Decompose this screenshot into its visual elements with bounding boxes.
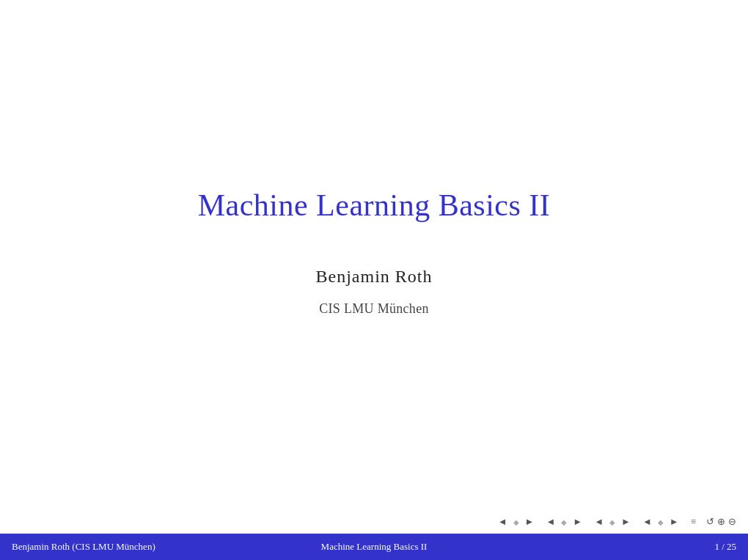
nav-controls: ◄ ◆ ► ◄ ◆ ► ◄ ◆ ► ◄ ◆ ► ≡ ↺ ⊕ ⊖ xyxy=(498,516,736,528)
nav-sep-7: ◆ xyxy=(658,518,664,526)
slide-footer: Benjamin Roth (CIS LMU München) Machine … xyxy=(0,534,748,560)
slide-author: Benjamin Roth xyxy=(316,267,433,287)
zoom-controls: ↺ ⊕ ⊖ xyxy=(706,516,736,528)
nav-arrow-left-1[interactable]: ◄ xyxy=(498,516,507,528)
nav-sep-1: ◆ xyxy=(513,518,519,526)
zoom-reset-icon[interactable]: ↺ xyxy=(706,516,714,528)
nav-arrow-left-2[interactable]: ◄ xyxy=(546,516,555,528)
slide-container: Machine Learning Basics II Benjamin Roth… xyxy=(0,0,748,560)
footer-page: 1 / 25 xyxy=(714,541,736,553)
nav-arrow-right-3[interactable]: ► xyxy=(621,516,631,528)
nav-arrow-right-4[interactable]: ► xyxy=(670,516,679,528)
slide-title: Machine Learning Basics II xyxy=(198,188,551,223)
nav-sep-3: ◆ xyxy=(561,518,567,526)
zoom-out-icon[interactable]: ⊖ xyxy=(728,516,736,528)
slide-institution: CIS LMU München xyxy=(319,301,429,317)
footer-title: Machine Learning Basics II xyxy=(321,541,428,553)
slide-content: Machine Learning Basics II Benjamin Roth… xyxy=(0,0,748,534)
nav-arrow-left-4[interactable]: ◄ xyxy=(642,516,652,528)
zoom-in-icon[interactable]: ⊕ xyxy=(717,516,725,528)
nav-arrow-right-1[interactable]: ► xyxy=(525,516,535,528)
nav-arrow-right-2[interactable]: ► xyxy=(573,516,582,528)
nav-arrow-left-3[interactable]: ◄ xyxy=(594,516,604,528)
nav-sep-5: ◆ xyxy=(609,518,615,526)
align-icon[interactable]: ≡ xyxy=(691,516,696,528)
